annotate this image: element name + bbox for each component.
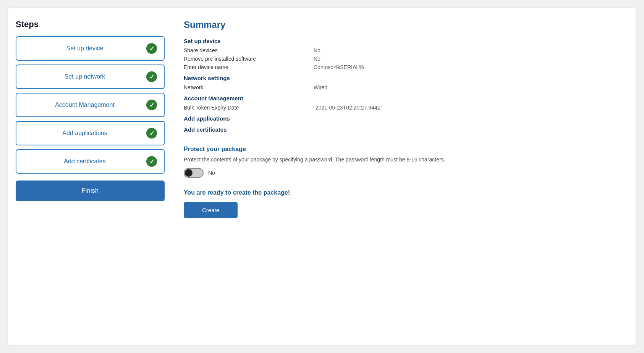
section-account-management-heading: Account Management — [184, 95, 625, 102]
summary-row-network: Network Wired — [184, 84, 625, 90]
summary-row-bulk-token-label: Bulk Token Expiry Date — [184, 105, 314, 111]
section-add-certificates: Add certificates — [184, 126, 625, 133]
summary-row-bulk-token-value: "2021-05-23T02:20:27.944Z" — [314, 105, 382, 111]
section-account-management: Account Management Bulk Token Expiry Dat… — [184, 95, 625, 111]
finish-button[interactable]: Finish — [16, 181, 165, 201]
summary-title: Summary — [184, 19, 625, 30]
summary-row-device-name: Enter device name Contoso-%SERIAL% — [184, 64, 625, 70]
toggle-label: No — [208, 170, 215, 176]
step-add-certificates-label: Add certificates — [23, 158, 146, 165]
section-add-applications: Add applications — [184, 115, 625, 122]
protect-section: Protect your package Protect the content… — [184, 142, 625, 178]
section-network-settings-heading: Network settings — [184, 75, 625, 81]
summary-row-remove-preinstalled-value: No — [314, 56, 320, 62]
toggle-row: No — [184, 168, 625, 178]
section-add-applications-heading: Add applications — [184, 115, 625, 122]
step-add-certificates[interactable]: Add certificates — [16, 149, 165, 174]
step-add-certificates-check-icon — [146, 156, 157, 167]
summary-row-network-value: Wired — [314, 84, 328, 90]
section-set-up-device: Set up device Share devices No Remove pr… — [184, 38, 625, 70]
create-button[interactable]: Create — [184, 202, 238, 218]
summary-row-remove-preinstalled: Remove pre-installed software No — [184, 56, 625, 62]
step-set-up-device-check-icon — [146, 43, 157, 54]
toggle-knob — [185, 169, 193, 177]
step-set-up-network-label: Set up network — [23, 73, 146, 80]
ready-section: You are ready to create the package! Cre… — [184, 189, 625, 218]
summary-row-device-name-value: Contoso-%SERIAL% — [314, 64, 364, 70]
step-set-up-network[interactable]: Set up network — [16, 64, 165, 89]
summary-row-share-devices-label: Share devices — [184, 47, 314, 53]
section-set-up-device-heading: Set up device — [184, 38, 625, 44]
summary-row-remove-preinstalled-label: Remove pre-installed software — [184, 56, 314, 62]
step-add-applications-check-icon — [146, 128, 157, 139]
step-set-up-network-check-icon — [146, 71, 157, 82]
step-add-applications[interactable]: Add applications — [16, 121, 165, 145]
section-add-certificates-heading: Add certificates — [184, 126, 625, 133]
protect-description: Protect the contents of your package by … — [184, 156, 527, 163]
step-account-management-label: Account Management — [23, 102, 146, 108]
right-panel: Summary Set up device Share devices No R… — [180, 19, 628, 334]
protect-toggle[interactable] — [184, 168, 204, 178]
steps-title: Steps — [16, 19, 165, 29]
main-container: Steps Set up device Set up network Accou… — [8, 8, 636, 345]
step-account-management[interactable]: Account Management — [16, 93, 165, 117]
summary-row-device-name-label: Enter device name — [184, 64, 314, 70]
ready-text: You are ready to create the package! — [184, 189, 625, 196]
step-account-management-check-icon — [146, 100, 157, 110]
summary-row-share-devices: Share devices No — [184, 47, 625, 53]
left-panel: Steps Set up device Set up network Accou… — [16, 19, 165, 334]
summary-row-share-devices-value: No — [314, 47, 320, 53]
summary-row-bulk-token: Bulk Token Expiry Date "2021-05-23T02:20… — [184, 105, 625, 111]
step-add-applications-label: Add applications — [23, 130, 146, 137]
step-set-up-device[interactable]: Set up device — [16, 36, 165, 61]
summary-row-network-label: Network — [184, 84, 314, 90]
step-set-up-device-label: Set up device — [23, 45, 146, 52]
section-network-settings: Network settings Network Wired — [184, 75, 625, 90]
protect-title: Protect your package — [184, 146, 625, 153]
